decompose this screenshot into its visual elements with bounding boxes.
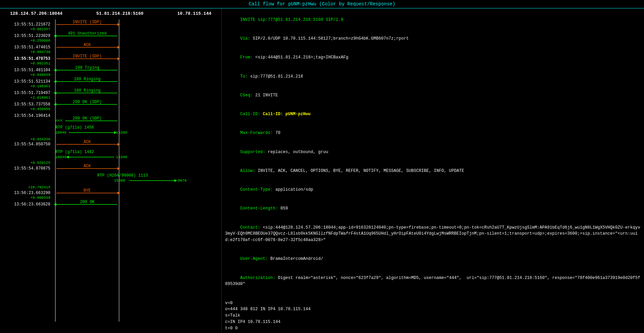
svg-text:ACK: ACK [84,164,91,169]
svg-text:INVITE (SDP): INVITE (SDP) [73,20,102,25]
svg-text:13:55:54.870875: 13:55:54.870875 [14,166,50,171]
svg-text:+0.002351: +0.002351 [31,61,51,65]
svg-text:13:55:53.737558: 13:55:53.737558 [14,102,50,107]
sip-to: To: sip:777@51.81.214.218 [225,67,641,86]
svg-text:401 Unauthorized: 401 Unauthorized [68,31,106,36]
sip-supported-val: replaces, outbound, gruu [268,150,328,154]
sip-request-text: INVITE sip:777@51.81.214.218:5160 SIP/2.… [240,17,343,22]
svg-marker-24 [54,69,56,72]
svg-text:+0.250986: +0.250986 [31,39,50,43]
sip-content-length: Content-Length: 859 [225,199,641,218]
sip-authorization: Authorization: Digest realm="asterisk", … [225,269,641,294]
svg-text:13:55:51.478753: 13:55:51.478753 [14,56,50,61]
svg-text:RTP (H264/90000) 1113: RTP (H264/90000) 1113 [97,173,148,178]
sip-allow-val: INVITE, ACK, CANCEL, OPTIONS, BYE, REFER… [258,169,464,173]
svg-text:+0.040030: +0.040030 [31,73,50,77]
sip-via: Via: SIP/2.0/UDP 10.78.115.144:58127;bra… [225,29,641,48]
title-text: Call flow for pUNM-pzHwu (Color by Reque… [249,1,395,7]
sip-cseq-key: CSeq: [240,93,255,98]
svg-text:<<<: <<< [55,118,63,123]
svg-text:13200: 13200 [116,155,127,159]
svg-marker-39 [54,103,56,106]
sip-cl-key: Content-Length: [240,206,280,211]
svg-text:18046: 18046 [55,131,66,135]
sip-cseq: CSeq: 21 INVITE [225,86,641,105]
flow-header: 128.124.57.206:18044 51.81.214.218:5160 … [3,11,218,16]
sip-ct-key: Content-Type: [240,187,275,192]
svg-text:13:55:51.223029: 13:55:51.223029 [14,34,50,38]
svg-text:13:55:51.474015: 13:55:51.474015 [14,45,50,50]
sip-ua-key: User-Agent: [240,256,270,261]
sdp-blank [225,294,641,300]
svg-text:BYE: BYE [84,188,91,193]
title-bar: Call flow for pUNM-pzHwu (Color by Reque… [0,0,644,8]
endpoint-left: 128.124.57.206:18044 [10,11,62,16]
sip-auth-val: Digest realm="asterisk", nonce="623f7a29… [225,276,640,287]
sip-contact-val: <sip:444@128.124.57.206:18044;app-id=916… [225,225,640,243]
svg-text:+0.020125: +0.020125 [31,161,50,165]
sip-content-type: Content-Type: application/sdp [225,180,641,199]
sip-ua-val: BramaIntercomAndroid/ [270,256,323,261]
svg-text:+0.004738: +0.004738 [31,50,50,54]
svg-text:13:56:23.663628: 13:56:23.663628 [14,202,50,207]
sip-via-val: SIP/2.0/UDP 10.78.115.144:58127;branch=z… [253,36,409,41]
svg-marker-4 [117,23,120,26]
sip-cseq-val: 21 INVITE [255,93,278,98]
sip-from: From: <sip:444@51.81.214.218>;tag=IHCBax… [225,48,641,67]
svg-text:200 OK (SDP): 200 OK (SDP) [73,116,102,121]
svg-text:13:55:54.196414: 13:55:54.196414 [14,113,50,118]
svg-text:+2.018061: +2.018061 [31,96,51,100]
endpoint-right: 10.78.115.144 [177,11,211,16]
svg-text:13200: 13200 [116,131,127,135]
sip-from-val: <sip:444@51.81.214.218>;tag=IHCBaxAFg [255,55,348,60]
svg-text:+0.000338: +0.000338 [31,196,50,200]
sip-auth-key: Authorization: [240,276,278,280]
svg-text:RTP (g711a) 1456: RTP (g711a) 1456 [55,125,94,130]
svg-text:ACK: ACK [84,140,91,144]
svg-text:15608: 15608 [114,179,125,183]
sip-ct-val: application/sdp [275,187,313,192]
svg-marker-9 [54,35,56,37]
svg-text:+0.198363: +0.198363 [31,84,50,88]
svg-marker-59 [66,156,69,158]
sdp-c: c=IN IP4 10.78.115.144 [225,319,641,325]
sip-supported: Supported: replaces, outbound, gruu [225,143,641,161]
sip-callid: Call-ID: Call-ID: pUNM-pzHwu [225,105,641,124]
sip-from-key: From: [240,55,255,60]
sip-maxfwd-val: 70 [275,131,280,135]
svg-marker-79 [54,203,56,206]
svg-marker-64 [117,167,120,170]
sip-via-key: Via: [240,36,253,41]
sip-cl-val: 859 [280,206,288,211]
sip-contact: Contact: <sip:444@128.124.57.206:18044;a… [225,218,641,250]
svg-text:13:55:51.719497: 13:55:51.719497 [14,91,50,95]
svg-text:+0.001357: +0.001357 [31,27,50,31]
svg-text:13:55:51.521134: 13:55:51.521134 [14,79,50,84]
svg-text:INVITE (SDP): INVITE (SDP) [73,54,102,59]
sip-to-val: sip:777@51.81.214.218 [250,74,303,79]
svg-text:200 OK: 200 OK [80,200,95,204]
svg-text:13:56:23.663290: 13:56:23.663290 [14,191,50,195]
svg-text:180 Ringing: 180 Ringing [74,88,100,93]
sip-maxfwd-key: Max-Forwards: [240,131,275,135]
sip-maxfwd: Max-Forwards: 70 [225,124,641,143]
svg-marker-54 [117,143,120,146]
sdp-o: o=444 348 812 IN IP4 10.78.115.144 [225,306,641,313]
svg-text:+0.458856: +0.458856 [31,107,50,111]
sip-user-agent: User-Agent: BramaIntercomAndroid/ [225,250,641,269]
sip-to-key: To: [240,74,250,79]
sip-contact-key: Contact: [240,225,263,230]
sip-details-panel: INVITE sip:777@51.81.214.218:5160 SIP/2.… [221,8,644,332]
svg-text:13:55:54.850750: 13:55:54.850750 [14,142,50,147]
svg-marker-34 [54,92,56,94]
svg-marker-29 [54,80,56,83]
call-flow-panel: 128.124.57.206:18044 51.81.214.218:5160 … [0,8,221,332]
sip-callid-val: Call-ID: pUNM-pzHwu [263,112,311,116]
call-flow-diagram: 13:55:51.221672 INVITE (SDP) +0.001357 1… [3,19,221,322]
svg-text:180 Ringing: 180 Ringing [74,77,100,82]
svg-text:13:55:51.481104: 13:55:51.481104 [14,68,50,73]
sip-allow-key: Allow: [240,169,258,173]
svg-text:100 Trying: 100 Trying [75,65,99,70]
sip-request-line: INVITE sip:777@51.81.214.218:5160 SIP/2.… [225,10,641,29]
sdp-t: t=0 0 [225,325,641,332]
